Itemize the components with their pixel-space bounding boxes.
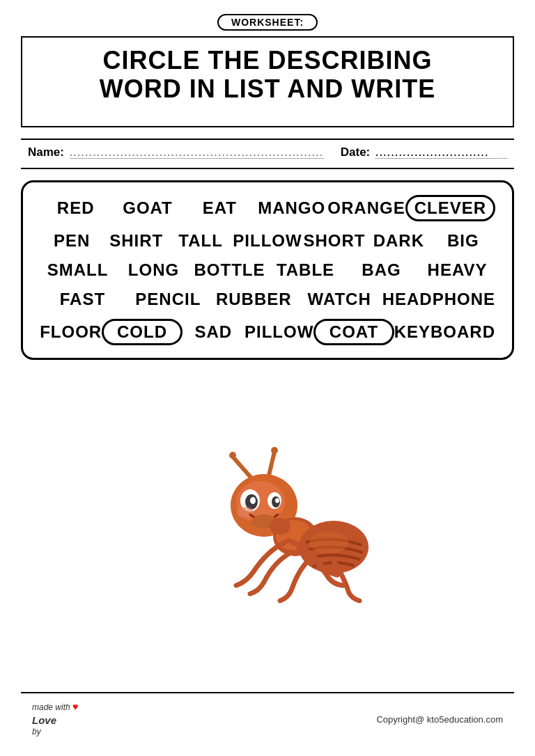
word-floor: FLOOR — [40, 322, 102, 342]
footer-made-label: made with — [32, 702, 70, 712]
footer: made with ♥ Love by Copyright@ kto5educa… — [21, 692, 514, 742]
date-label: Date: — [341, 145, 371, 159]
word-heavy: HEAVY — [419, 260, 495, 280]
svg-point-11 — [275, 498, 279, 503]
word-sad: SAD — [183, 322, 245, 342]
word-pillow2: PILLOW — [245, 322, 313, 342]
word-tall: TALL — [169, 231, 233, 251]
name-dots-field[interactable]: ........................................… — [70, 146, 324, 159]
title-line1: CIRCLE THE DESCRIBING — [36, 46, 499, 74]
word-big: BIG — [431, 231, 495, 251]
worksheet-badge: WORKSHEET: — [217, 14, 318, 31]
word-bottle: BOTTLE — [192, 260, 268, 280]
worksheet-page: WORKSHEET: CIRCLE THE DESCRIBING WORD IN… — [0, 0, 535, 756]
word-shirt: SHIRT — [104, 231, 168, 251]
word-small: SMALL — [40, 260, 116, 280]
word-eat: EAT — [184, 198, 256, 218]
word-row-1: RED GOAT EAT MANGO ORANGE CLEVER — [40, 195, 495, 221]
worksheet-label-area: WORKSHEET: — [21, 14, 514, 31]
word-headphone: HEADPHONE — [382, 290, 495, 309]
illustration-section — [21, 374, 514, 693]
word-row-3: SMALL LONG BOTTLE TABLE BAG HEAVY — [40, 260, 495, 280]
name-label: Name: — [28, 145, 64, 159]
copyright-text: Copyright@ kto5education.com — [376, 714, 503, 725]
svg-point-3 — [271, 447, 278, 454]
word-goat: GOAT — [111, 198, 183, 218]
word-clever: CLEVER — [405, 195, 495, 221]
word-watch: WATCH — [297, 290, 382, 309]
word-box: RED GOAT EAT MANGO ORANGE CLEVER PEN SHI… — [21, 180, 514, 360]
date-dots-field[interactable]: ............................. — [375, 146, 507, 159]
footer-love-text: Love — [32, 714, 56, 727]
word-row-2: PEN SHIRT TALL PILLOW SHORT DARK BIG — [40, 231, 495, 251]
made-with-love: made with ♥ Love by — [32, 700, 78, 738]
main-title: CIRCLE THE DESCRIBING WORD IN LIST AND W… — [36, 46, 499, 104]
word-coat: COAT — [313, 319, 394, 345]
footer-by-text: by — [32, 727, 41, 738]
svg-point-18 — [270, 518, 290, 535]
name-date-row: Name: ..................................… — [21, 139, 514, 169]
title-section: CIRCLE THE DESCRIBING WORD IN LIST AND W… — [21, 36, 514, 127]
word-dark: DARK — [366, 231, 431, 251]
word-table: TABLE — [268, 260, 343, 280]
word-short: SHORT — [302, 231, 366, 251]
word-row-5: FLOOR COLD SAD PILLOW COAT KEYBOARD — [40, 319, 495, 345]
word-mango: MANGO — [256, 198, 327, 218]
word-long: LONG — [116, 260, 192, 280]
svg-point-1 — [229, 452, 236, 459]
word-pillow1: PILLOW — [233, 231, 302, 251]
word-bag: BAG — [343, 260, 419, 280]
word-row-4: FAST PENCIL RUBBER WATCH HEADPHONE — [40, 290, 495, 309]
made-with-text: made with ♥ — [32, 700, 78, 714]
ant-svg — [156, 439, 379, 620]
title-line2: WORD IN LIST AND WRITE — [36, 74, 499, 103]
ant-illustration — [156, 439, 379, 620]
word-cold: COLD — [102, 319, 182, 345]
word-pencil: PENCIL — [125, 290, 211, 309]
svg-point-17 — [309, 531, 348, 553]
word-fast: FAST — [40, 290, 125, 309]
heart-icon: ♥ — [72, 701, 78, 712]
word-rubber: RUBBER — [211, 290, 297, 309]
word-keyboard: KEYBOARD — [394, 322, 495, 342]
word-red: RED — [40, 198, 111, 218]
svg-point-8 — [250, 497, 256, 504]
word-pen: PEN — [40, 231, 104, 251]
word-orange: ORANGE — [327, 198, 405, 218]
